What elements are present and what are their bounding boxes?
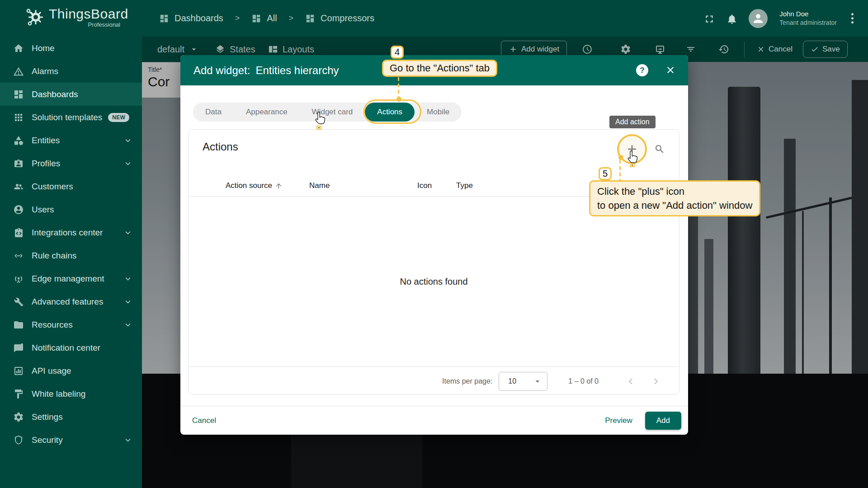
breadcrumb-item-all[interactable]: All: [251, 13, 277, 23]
tour-step-5-callout: Click the "plus" icon to open a new "Add…: [589, 180, 760, 216]
pointer-cursor-icon: [627, 150, 638, 165]
chevron-down-icon: [123, 136, 133, 145]
user-role: Tenant administrator: [779, 19, 837, 27]
items-per-page-select[interactable]: 10: [499, 372, 547, 391]
antenna-icon: [13, 273, 24, 284]
avatar[interactable]: [749, 9, 768, 28]
tour-connector-dot: [618, 155, 623, 160]
help-icon[interactable]: ?: [636, 64, 648, 76]
sidebar-item-profiles[interactable]: Profiles: [0, 152, 142, 175]
thingsboard-logo-icon: [24, 6, 45, 28]
widget-name: Entities hierarchy: [255, 64, 339, 76]
tour-step-4-callout: Go to the "Actions" tab: [382, 60, 497, 77]
sidebar-item-label: Rule chains: [32, 251, 76, 261]
sidebar-item-label: Edge management: [32, 274, 104, 284]
dialog-close-icon[interactable]: [663, 63, 678, 77]
shield-icon: [13, 435, 24, 446]
breadcrumb-separator: >: [230, 14, 245, 23]
next-page-icon[interactable]: [650, 375, 662, 387]
tour-connector-line: [398, 77, 399, 98]
sidebar-item-rule-chains[interactable]: Rule chains: [0, 244, 142, 267]
dialog-footer: Cancel Preview Add: [180, 406, 688, 435]
tour-highlight-actions-tab: [363, 99, 421, 124]
items-per-page-value: 10: [508, 377, 516, 385]
search-icon[interactable]: [654, 144, 665, 155]
top-header: ThingsBoard Professional Dashboards>All>…: [0, 0, 868, 37]
page-range: 1 – 0 of 0: [568, 377, 599, 385]
tab-widget-card[interactable]: Widget card: [300, 103, 365, 122]
integration-icon: [13, 227, 24, 238]
actions-heading: Actions: [203, 141, 238, 153]
thingsboard-app: ThingsBoard Professional Dashboards>All>…: [0, 0, 868, 488]
breadcrumb-item-dashboards[interactable]: Dashboards: [159, 13, 223, 23]
sidebar-item-label: Integrations center: [32, 228, 103, 238]
tab-appearance[interactable]: Appearance: [234, 103, 300, 122]
more-menu-icon[interactable]: [849, 11, 856, 25]
sidebar-item-label: White labeling: [32, 389, 85, 399]
folder-icon: [13, 319, 24, 330]
cancel-button[interactable]: Cancel: [192, 416, 216, 425]
empty-state: No actions found: [189, 197, 679, 366]
column-header-icon[interactable]: Icon: [417, 181, 432, 190]
tour-connector-dot: [396, 97, 401, 102]
tab-data[interactable]: Data: [193, 103, 234, 122]
sidebar-item-customers[interactable]: Customers: [0, 175, 142, 198]
fullscreen-icon[interactable]: [703, 13, 714, 24]
sidebar-item-alarms[interactable]: Alarms: [0, 60, 142, 83]
sidebar-item-white-labeling[interactable]: White labeling: [0, 382, 142, 405]
sidebar-item-dashboards[interactable]: Dashboards: [0, 83, 142, 106]
chevron-down-icon: [123, 274, 133, 284]
gear-icon: [13, 412, 24, 422]
app-logo[interactable]: ThingsBoard Professional: [24, 6, 128, 28]
dialog-title: Add widget:Entities hierarchy: [193, 64, 339, 77]
chart-icon: [13, 366, 24, 376]
sidebar-item-users[interactable]: Users: [0, 198, 142, 221]
sidebar-item-label: Users: [32, 205, 54, 215]
tour-step-5-badge: 5: [599, 167, 612, 180]
sidebar-item-label: Profiles: [32, 159, 60, 169]
preview-button[interactable]: Preview: [605, 416, 632, 425]
column-header-name[interactable]: Name: [309, 181, 330, 190]
dialog-tabs: DataAppearanceWidget cardActionsMobile: [193, 103, 462, 122]
items-per-page-label: Items per page:: [442, 377, 492, 385]
message-icon: [13, 343, 24, 353]
tab-mobile[interactable]: Mobile: [415, 103, 462, 122]
notifications-bell-icon[interactable]: [726, 13, 737, 24]
sidebar-item-home[interactable]: Home: [0, 37, 142, 60]
chevron-down-icon: [123, 228, 133, 238]
build-icon: [13, 296, 24, 307]
column-header-type[interactable]: Type: [456, 181, 473, 190]
column-header-action-source[interactable]: Action source: [226, 181, 283, 190]
people-icon: [13, 181, 24, 192]
sidebar-item-advanced-features[interactable]: Advanced features: [0, 290, 142, 313]
chevron-down-icon: [123, 435, 133, 445]
sort-ascending-icon: [275, 182, 283, 190]
sidebar-item-integrations-center[interactable]: Integrations center: [0, 221, 142, 244]
add-button[interactable]: Add: [645, 412, 681, 430]
tour-step-5-line2: to open a new "Add action" window: [597, 198, 752, 212]
sidebar-item-edge-management[interactable]: Edge management: [0, 267, 142, 290]
sidebar-item-api-usage[interactable]: API usage: [0, 359, 142, 382]
sidebar-item-settings[interactable]: Settings: [0, 405, 142, 428]
sidebar-item-entities[interactable]: Entities: [0, 129, 142, 152]
sidebar-item-label: Alarms: [32, 66, 58, 76]
user-name: John Doe: [779, 9, 837, 19]
empty-state-text: No actions found: [400, 277, 467, 287]
breadcrumb-item-compressors[interactable]: Compressors: [305, 13, 374, 23]
sidebar-item-notification-center[interactable]: Notification center: [0, 336, 142, 359]
badge-icon: [13, 158, 24, 169]
tour-step-5-line1: Click the "plus" icon: [597, 184, 752, 198]
new-badge: NEW: [108, 113, 129, 122]
sidebar-item-solution-templates[interactable]: Solution templatesNEW: [0, 106, 142, 129]
sidebar-item-label: Entities: [32, 136, 60, 145]
previous-page-icon[interactable]: [625, 375, 637, 387]
rulechain-icon: [13, 250, 24, 261]
sidebar-item-resources[interactable]: Resources: [0, 313, 142, 336]
sidebar-item-label: Customers: [32, 182, 73, 192]
category-icon: [13, 135, 24, 146]
sidebar-item-label: Advanced features: [32, 297, 103, 307]
sidebar-item-security[interactable]: Security: [0, 428, 142, 451]
chevron-down-icon: [123, 320, 133, 330]
sidebar-item-label: Solution templates: [32, 113, 102, 122]
pointer-cursor-icon: [314, 111, 326, 127]
